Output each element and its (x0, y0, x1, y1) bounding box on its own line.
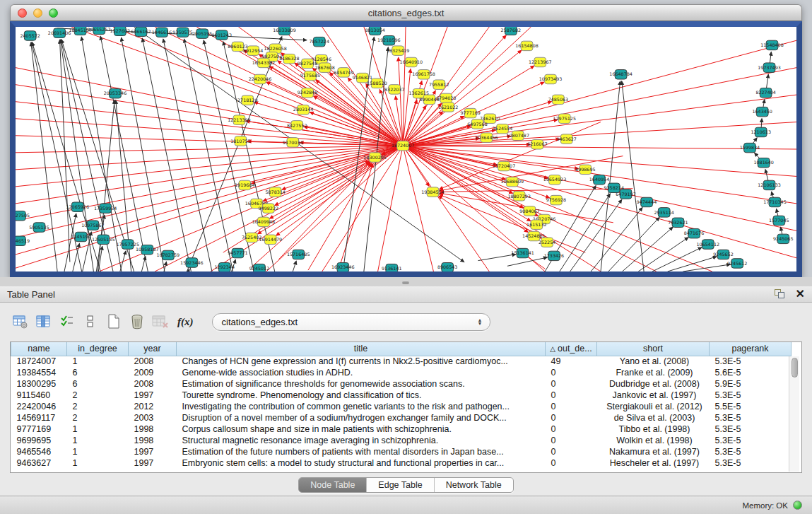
table-row[interactable]: 1938455462009Genome-wide association stu… (11, 367, 792, 378)
table-selector-combobox[interactable]: citations_edges.txt ▲▼ (212, 313, 490, 331)
graph-node-yellow[interactable]: 8427552 (287, 121, 307, 130)
graph-node-teal[interactable]: 8906543 (437, 263, 457, 271)
graph-node-teal[interactable]: 15716485 (287, 250, 310, 259)
network-canvas[interactable]: 8960123891295418226058982750381863281654… (16, 27, 796, 271)
close-panel-icon[interactable]: ✕ (796, 289, 805, 299)
graph-node-teal[interactable]: 9245652 (713, 250, 733, 259)
graph-node-yellow[interactable]: 7955812 (429, 80, 449, 89)
graph-node-yellow[interactable]: 1810755 (230, 136, 250, 146)
graph-node-teal[interactable]: 8601243 (212, 30, 232, 40)
graph-node-teal[interactable]: 2935114 (654, 208, 673, 217)
show-column-icon[interactable] (35, 313, 53, 331)
graph-node-teal[interactable]: 15923446 (180, 258, 204, 267)
graph-node-teal[interactable]: 3027505 (16, 211, 30, 220)
tab-node-table[interactable]: Node Table (299, 478, 367, 492)
table-row[interactable]: 977716911998Corpus callosum shape and si… (11, 424, 792, 435)
graph-node-teal[interactable]: 1733426 (544, 251, 564, 260)
graph-node-teal[interactable]: 15136141 (511, 248, 534, 257)
delete-column-trash-icon[interactable] (128, 313, 146, 331)
window-titlebar[interactable]: citations_edges.txt (10, 4, 802, 21)
graph-node-teal[interactable]: 1081640 (753, 158, 773, 167)
function-builder-icon[interactable]: f(x) (177, 316, 194, 328)
graph-node-teal[interactable]: 9457771 (228, 248, 247, 257)
table-row[interactable]: 946554611997Estimation of the future num… (11, 446, 792, 457)
graph-node-yellow[interactable]: 7485063 (548, 95, 568, 104)
graph-node-yellow[interactable]: 19654923 (543, 175, 567, 185)
table-row[interactable]: 946362711997Embryonic stem cells: a mode… (11, 457, 792, 469)
graph-node-teal[interactable]: 2405572 (20, 31, 40, 40)
graph-node-yellow[interactable]: 9170034 (283, 138, 302, 147)
graph-node-teal[interactable]: 5905135 (29, 223, 49, 232)
column-header-indegree[interactable]: in_degree (67, 342, 129, 356)
graph-node-teal[interactable]: 10975867 (81, 221, 105, 230)
graph-node-teal[interactable]: 1640954 (589, 175, 609, 185)
column-header-title[interactable]: title (177, 342, 546, 356)
panel-resize-handle[interactable] (402, 281, 409, 284)
column-header-name[interactable]: name (11, 342, 67, 356)
graph-node-teal[interactable]: 9245065 (773, 234, 793, 243)
float-panel-icon[interactable] (775, 289, 786, 299)
graph-node-teal[interactable]: 2905195 (192, 29, 212, 38)
graph-node-teal[interactable]: 11548408 (760, 40, 784, 49)
graph-node-yellow[interactable]: 8998695 (575, 165, 595, 174)
graph-node-teal[interactable]: 20053346 (104, 88, 127, 98)
graph-node-teal[interactable]: 16648784 (609, 70, 632, 79)
graph-node-teal[interactable]: 10654112 (697, 240, 720, 249)
graph-node-teal[interactable]: 10655257 (88, 27, 111, 35)
tab-edge-table[interactable]: Edge Table (367, 478, 434, 492)
graph-node-yellow[interactable]: 18325419 (387, 46, 410, 55)
graph-node-teal[interactable]: 1527602 (110, 27, 130, 35)
column-header-outde[interactable]: △out_de... (546, 342, 597, 356)
graph-node-teal[interactable]: 7857224 (310, 37, 329, 46)
graph-node-yellow[interactable]: 8186328 (279, 54, 299, 63)
graph-node-teal[interactable]: 8813054 (365, 27, 384, 35)
table-row[interactable]: 1872400712008Changes of HCN gene express… (11, 356, 792, 367)
graph-node-yellow[interactable]: 9756928 (546, 195, 566, 204)
graph-node-teal[interactable]: 9136141 (382, 264, 401, 271)
graph-node-yellow[interactable]: 8322037 (384, 85, 404, 94)
graph-node-teal[interactable]: 16033809 (273, 27, 296, 35)
graph-node-yellow[interactable]: 22420046 (249, 74, 272, 83)
new-table-icon[interactable] (105, 313, 123, 331)
graph-node-teal[interactable]: 12106133 (758, 180, 781, 189)
table-row[interactable]: 2242004622012Investigating the contribut… (11, 401, 792, 412)
table-row[interactable]: 969969511998Structural magnetic resonanc… (11, 435, 792, 446)
graph-node-teal[interactable]: 9474444 (637, 197, 657, 206)
unselect-rows-icon[interactable] (81, 313, 100, 331)
graph-node-teal[interactable]: 1046519 (16, 236, 30, 245)
graph-node-teal[interactable]: 1577045 (769, 216, 789, 225)
graph-node-teal[interactable]: 16782759 (157, 250, 180, 259)
graph-node-yellow[interactable]: 12213399 (228, 115, 251, 124)
graph-node-teal[interactable]: 1599834 (740, 143, 760, 152)
graph-node-yellow[interactable]: 16961758 (412, 70, 435, 79)
graph-node-teal[interactable]: 9245612 (727, 259, 747, 268)
graph-node-teal[interactable]: 20691406 (48, 28, 71, 37)
graph-node-yellow[interactable]: 16640910 (400, 57, 423, 66)
column-header-pagerank[interactable]: pagerank (710, 342, 792, 356)
graph-node-teal[interactable]: 6466162 (131, 27, 151, 36)
graph-node-teal[interactable]: 16923446 (331, 263, 355, 271)
graph-node-teal[interactable]: 19737493 (758, 63, 781, 72)
graph-node-teal[interactable]: 19218596 (377, 35, 401, 45)
graph-node-yellow[interactable]: 12213967 (529, 57, 552, 66)
tab-network-table[interactable]: Network Table (435, 478, 513, 492)
graph-node-teal[interactable]: 8227404 (755, 88, 775, 98)
scrollbar-thumb[interactable] (792, 358, 798, 378)
table-row[interactable]: 1456911722003Disruption of a novel membe… (11, 412, 792, 424)
graph-node-yellow[interactable]: 6216067 (527, 140, 547, 149)
column-header-short[interactable]: short (597, 342, 710, 356)
graph-node-teal[interactable]: 1643450 (752, 107, 772, 116)
table-settings-icon[interactable] (11, 313, 30, 331)
delete-table-icon[interactable] (151, 313, 170, 331)
graph-node-yellow[interactable]: 2803144 (293, 105, 313, 115)
column-header-year[interactable]: year (129, 342, 177, 356)
graph-node-yellow[interactable]: 252254 (539, 238, 555, 247)
graph-node-teal[interactable]: 1210613 (751, 127, 770, 136)
select-attributes-icon[interactable] (58, 313, 76, 331)
table-vertical-scrollbar[interactable] (789, 356, 799, 472)
graph-node-teal[interactable]: 8471676 (684, 228, 704, 238)
graph-node-teal[interactable]: 1946616 (152, 28, 172, 37)
table-row[interactable]: 1830029562008Estimation of significance … (11, 378, 792, 390)
graph-node-yellow[interactable]: 16154808 (515, 41, 539, 50)
graph-node-teal[interactable]: 2587682 (501, 27, 521, 35)
